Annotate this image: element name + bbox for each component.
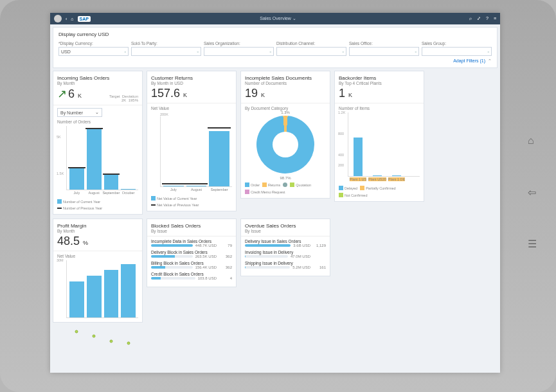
- card-title: Incoming Sales Orders: [57, 75, 138, 81]
- filter-label: Distribution Channel:: [276, 41, 346, 46]
- valuehelp-icon[interactable]: ▫: [488, 49, 489, 54]
- row-value: 47.0M USD: [291, 254, 310, 258]
- row-value: 156.4K USD: [195, 265, 217, 269]
- row-title: Delivery Block in Sales Orders: [151, 250, 232, 254]
- incoming-chart: 5K 1.5K July August September October: [66, 126, 138, 190]
- menu-icon[interactable]: ≡: [494, 16, 496, 21]
- progress-bar: [245, 266, 290, 269]
- list-item[interactable]: Delivery Issue in Sales Orders3.6B USD1,…: [245, 239, 326, 247]
- row-value: 448.7K USD: [195, 244, 217, 247]
- home-icon[interactable]: ⌂: [71, 17, 73, 21]
- chart-legend: Order Returns Quotation Credit Memo Requ…: [245, 183, 326, 194]
- card-customer-returns[interactable]: Customer Returns By Month in USD 157.6 K…: [147, 71, 237, 211]
- valuehelp-icon[interactable]: ▫: [415, 49, 417, 54]
- filter-display-currency: *Display Currency: USD▫: [58, 41, 129, 56]
- chart-legend: Delayed Partially Confirmed Not Confirme…: [339, 186, 420, 197]
- card-title: Incomplete Sales Documents: [245, 75, 326, 81]
- row-count: 1,129: [313, 244, 326, 247]
- chart-section: Net Value: [57, 254, 138, 258]
- device-recent-button: ☰: [528, 238, 542, 252]
- list-item[interactable]: Billing Block in Sales Orders156.4K USD3…: [151, 261, 232, 269]
- row-count: 362: [219, 265, 232, 269]
- progress-bar: [151, 266, 193, 269]
- row-count: 362: [219, 254, 232, 258]
- kpi-value: 19 K: [245, 87, 326, 100]
- app-shell-bar: ‹ ⌂ SAP Sales Overview ⌄ ⌕ ⤢ ? ≡: [50, 13, 500, 24]
- list-item[interactable]: Incomplete Data in Sales Orders448.7K US…: [151, 239, 232, 247]
- chevron-down-icon[interactable]: ⌄: [292, 16, 296, 21]
- card-subtitle: By Top 4 Critical Plants: [339, 81, 420, 85]
- progress-bar: [245, 255, 288, 258]
- progress-bar: [151, 244, 193, 247]
- by-number-select[interactable]: By Number⌄: [57, 108, 102, 117]
- chart-section: Number of Orders: [57, 120, 138, 124]
- sales-group-input[interactable]: ▫: [422, 47, 492, 56]
- row-title: Billing Block in Sales Orders: [151, 261, 232, 265]
- card-title: Customer Returns: [151, 75, 232, 81]
- card-backorder[interactable]: Backorder Items By Top 4 Critical Plants…: [334, 71, 424, 202]
- card-subtitle: By Issue: [151, 229, 232, 233]
- dist-channel-input[interactable]: ▫: [276, 47, 346, 56]
- row-title: Delivery Issue in Sales Orders: [245, 239, 326, 244]
- card-title: Blocked Sales Orders: [151, 223, 232, 229]
- filter-label: Sales Office:: [349, 41, 419, 46]
- card-overdue-orders[interactable]: Overdue Sales Orders By Issue Delivery I…: [240, 218, 330, 276]
- card-subtitle: By Issue: [245, 229, 326, 233]
- display-currency-input[interactable]: USD▫: [58, 47, 129, 56]
- collapse-icon[interactable]: ⌃: [488, 58, 492, 63]
- card-incomplete-docs[interactable]: Incomplete Sales Documents Number of Doc…: [240, 71, 330, 199]
- filter-label: Sales Group:: [422, 41, 492, 46]
- valuehelp-icon[interactable]: ▫: [197, 49, 199, 54]
- row-title: Credit Block in Sales Orders: [151, 272, 232, 276]
- row-title: Shipping Issue in Delivery: [245, 261, 326, 265]
- chart-legend: Net Value of Current Year Net Value of P…: [151, 196, 232, 207]
- row-value: 3.6B USD: [293, 244, 310, 247]
- page-title: Sales Overview ⌄: [91, 16, 465, 21]
- row-count: 79: [219, 244, 232, 247]
- resize-icon[interactable]: ⤢: [477, 16, 481, 21]
- list-item[interactable]: Credit Block in Sales Orders103.8 USD4: [151, 272, 232, 280]
- list-item[interactable]: Invoicing Issue in Delivery47.0M USD: [245, 250, 326, 258]
- sales-office-input[interactable]: ▫: [349, 47, 419, 56]
- kpi-value: 48.5 %: [57, 235, 138, 248]
- trend-up-icon: ↗: [57, 87, 67, 100]
- returns-chart: July August September: [160, 116, 232, 187]
- valuehelp-icon[interactable]: ▫: [125, 49, 126, 54]
- donut-chart: 1.3% 98.7%: [256, 116, 314, 174]
- row-value: 263.5K USD: [195, 254, 217, 258]
- card-title: Profit Margin: [57, 223, 138, 229]
- help-icon[interactable]: ?: [486, 16, 489, 21]
- card-blocked-orders[interactable]: Blocked Sales Orders By Issue Incomplete…: [147, 218, 237, 287]
- backorder-chart: 1.2K 800 400 200 Plant 1 US Plant US20 P…: [348, 112, 420, 177]
- row-value: 5.2M USD: [292, 265, 310, 269]
- card-incoming-sales[interactable]: Incoming Sales Orders By Month ↗6 K Targ…: [53, 71, 143, 215]
- back-icon[interactable]: ‹: [66, 17, 67, 21]
- row-value: 103.8 USD: [198, 276, 217, 280]
- card-subtitle: By Month: [57, 229, 138, 233]
- search-icon[interactable]: ⌕: [469, 16, 472, 21]
- progress-bar: [151, 255, 193, 258]
- page-title-text: Sales Overview: [260, 16, 291, 21]
- filter-panel: Display currency USD *Display Currency: …: [53, 27, 498, 68]
- adapt-filters-link[interactable]: Adapt Filters (1): [453, 58, 485, 63]
- card-profit-margin[interactable]: Profit Margin By Month 48.5 % Net Value …: [53, 218, 143, 323]
- sold-to-input[interactable]: ▫: [131, 47, 201, 56]
- list-item[interactable]: Shipping Issue in Delivery5.2M USD161: [245, 261, 326, 269]
- card-title: Overdue Sales Orders: [245, 223, 326, 229]
- filter-label: *Display Currency:: [58, 41, 129, 46]
- valuehelp-icon[interactable]: ▫: [343, 49, 344, 54]
- row-title: Invoicing Issue in Delivery: [245, 250, 326, 254]
- user-avatar[interactable]: [54, 15, 62, 22]
- device-home-button: ⇦: [528, 186, 542, 200]
- kpi-value: 1 K: [339, 87, 420, 100]
- list-item[interactable]: Delivery Block in Sales Orders263.5K USD…: [151, 250, 232, 258]
- sap-logo: SAP: [78, 16, 91, 22]
- row-count: 161: [313, 265, 326, 269]
- filter-label: Sales Organization:: [204, 41, 274, 46]
- sales-org-input[interactable]: ▫: [204, 47, 274, 56]
- card-title: Backorder Items: [339, 75, 420, 81]
- card-subtitle: Number of Documents: [245, 81, 326, 85]
- profit-chart: 30M: [66, 260, 138, 318]
- valuehelp-icon[interactable]: ▫: [270, 49, 271, 54]
- filter-header: Display currency USD: [58, 31, 492, 37]
